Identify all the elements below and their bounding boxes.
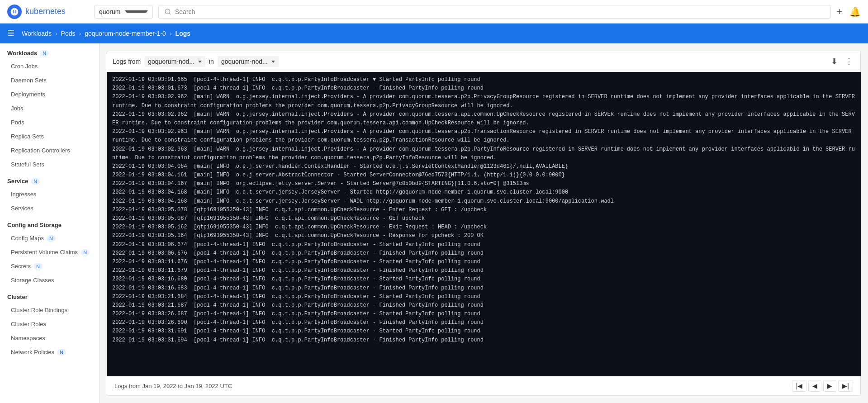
breadcrumb-pod-name[interactable]: goquorum-node-member-1-0 <box>85 30 166 37</box>
sidebar-item-network-policies[interactable]: Network Policies N <box>0 345 99 359</box>
page-prev-button[interactable]: ◀ <box>808 380 821 392</box>
log-line: 2022-01-19 03:03:05.087 [qtp1691955350-4… <box>112 214 855 223</box>
sidebar-item-config-maps[interactable]: Config Maps N <box>0 231 99 245</box>
log-line: 2022-01-19 03:03:04.168 [main] INFO c.q.… <box>112 197 855 206</box>
in-label: in <box>209 58 214 65</box>
sidebar-item-storage-classes[interactable]: Storage Classes <box>0 273 99 287</box>
sidebar-item-replica-sets[interactable]: Replica Sets <box>0 129 99 143</box>
sidebar-section-cluster: Cluster <box>0 287 99 303</box>
log-line: 2022-01-19 03:03:31.691 [pool-4-thread-1… <box>112 327 855 336</box>
breadcrumb-sep-2: › <box>79 30 81 37</box>
log-line: 2022-01-19 03:03:21.684 [pool-4-thread-1… <box>112 293 855 301</box>
cluster-name: quorum <box>99 8 120 15</box>
log-line: 2022-01-19 03:03:02.963 [main] WARN o.g.… <box>112 145 855 162</box>
workloads-badge: N <box>40 50 49 57</box>
logs-header-actions: ⬇ ⋮ <box>829 55 855 68</box>
logs-header: Logs from goquorum-nod... in goquorum-no… <box>107 51 861 72</box>
pagination: |◀ ◀ ▶ ▶| <box>792 380 853 392</box>
breadcrumb-pods[interactable]: Pods <box>61 30 76 37</box>
sidebar-item-cluster-role-bindings[interactable]: Cluster Role Bindings <box>0 303 99 317</box>
log-line: 2022-01-19 03:03:01.665 [pool-4-thread-1… <box>112 76 855 84</box>
log-line: 2022-01-19 03:03:11.679 [pool-4-thread-1… <box>112 266 855 275</box>
search-input[interactable] <box>175 8 825 15</box>
page-last-button[interactable]: ▶| <box>838 380 853 392</box>
app-title: kubernetes <box>25 7 66 16</box>
breadcrumb-sep-1: › <box>55 30 57 37</box>
search-bar[interactable] <box>158 5 831 19</box>
sidebar: Workloads N Cron Jobs Daemon Sets Deploy… <box>0 43 100 403</box>
sidebar-section-config-label: Config and Storage <box>7 222 62 228</box>
sidebar-item-stateful-sets[interactable]: Stateful Sets <box>0 157 99 171</box>
sidebar-item-jobs[interactable]: Jobs <box>0 101 99 115</box>
log-line: 2022-01-19 03:03:06.674 [pool-4-thread-1… <box>112 241 855 249</box>
logs-from-label: Logs from <box>113 58 141 65</box>
log-line: 2022-01-19 03:03:26.690 [pool-4-thread-1… <box>112 318 855 327</box>
log-line: 2022-01-19 03:03:06.676 [pool-4-thread-1… <box>112 249 855 258</box>
breadcrumb-logs: Logs <box>175 30 190 37</box>
log-line: 2022-01-19 03:03:04.167 [main] INFO org.… <box>112 180 855 188</box>
logo-area: kubernetes <box>7 5 89 19</box>
log-line: 2022-01-19 03:03:04.161 [main] INFO o.e.… <box>112 171 855 180</box>
pod-selector[interactable]: goquorum-nod... <box>144 56 205 67</box>
sidebar-item-pods[interactable]: Pods <box>0 115 99 129</box>
sidebar-item-secrets[interactable]: Secrets N <box>0 259 99 273</box>
pod-chevron-icon <box>198 61 202 63</box>
sidebar-item-ingresses[interactable]: Ingresses <box>0 187 99 201</box>
log-line: 2022-01-19 03:03:05.164 [qtp1691955350-4… <box>112 232 855 240</box>
logs-date-range: Logs from Jan 19, 2022 to Jan 19, 2022 U… <box>114 383 232 389</box>
topbar-actions: + 🔔 <box>836 6 861 18</box>
breadcrumb-sep-3: › <box>170 30 172 37</box>
log-line: 2022-01-19 03:03:31.694 [pool-4-thread-1… <box>112 336 855 345</box>
breadcrumb-workloads[interactable]: Workloads <box>22 30 52 37</box>
content-area: Logs from goquorum-nod... in goquorum-no… <box>100 43 868 403</box>
pvc-badge: N <box>81 249 90 256</box>
search-icon <box>164 8 171 15</box>
sidebar-section-workloads: Workloads N <box>0 43 99 59</box>
container-chevron-icon <box>271 61 275 63</box>
log-terminal[interactable]: 2022-01-19 03:03:01.665 [pool-4-thread-1… <box>107 72 861 376</box>
download-logs-button[interactable]: ⬇ <box>829 55 840 68</box>
breadcrumb-bar: ☰ Workloads › Pods › goquorum-node-membe… <box>0 24 868 43</box>
sidebar-section-service-label: Service <box>7 178 28 185</box>
sidebar-item-deployments[interactable]: Deployments <box>0 87 99 101</box>
log-line: 2022-01-19 03:03:05.162 [qtp1691955350-4… <box>112 223 855 232</box>
cluster-chevron-icon <box>125 10 148 13</box>
cluster-selector[interactable]: quorum <box>94 5 153 19</box>
notification-icon[interactable]: 🔔 <box>849 6 861 17</box>
sidebar-section-config-storage: Config and Storage <box>0 215 99 231</box>
kubernetes-logo <box>7 5 22 19</box>
sidebar-section-cluster-label: Cluster <box>7 294 28 300</box>
log-line: 2022-01-19 03:03:11.676 [pool-4-thread-1… <box>112 258 855 266</box>
log-line: 2022-01-19 03:03:02.962 [main] WARN o.g.… <box>112 93 855 110</box>
main-layout: Workloads N Cron Jobs Daemon Sets Deploy… <box>0 43 868 403</box>
svg-point-0 <box>165 9 170 14</box>
sidebar-item-services[interactable]: Services <box>0 201 99 215</box>
sidebar-item-daemon-sets[interactable]: Daemon Sets <box>0 73 99 87</box>
topbar: kubernetes quorum + 🔔 <box>0 0 868 24</box>
page-next-button[interactable]: ▶ <box>823 380 836 392</box>
secrets-badge: N <box>33 263 43 270</box>
logs-options-button[interactable]: ⋮ <box>843 55 855 68</box>
logs-footer: Logs from Jan 19, 2022 to Jan 19, 2022 U… <box>107 376 861 396</box>
sidebar-toggle-icon[interactable]: ☰ <box>7 28 14 38</box>
sidebar-section-workloads-label: Workloads <box>7 50 37 57</box>
sidebar-item-replication-controllers[interactable]: Replication Controllers <box>0 143 99 157</box>
sidebar-item-namespaces[interactable]: Namespaces <box>0 331 99 345</box>
log-line: 2022-01-19 03:03:02.963 [main] WARN o.g.… <box>112 128 855 145</box>
log-line: 2022-01-19 03:03:05.078 [qtp1691955350-4… <box>112 206 855 214</box>
container-selector-value: goquorum-nod... <box>221 58 268 65</box>
sidebar-item-cluster-roles[interactable]: Cluster Roles <box>0 317 99 331</box>
page-first-button[interactable]: |◀ <box>792 380 807 392</box>
log-line: 2022-01-19 03:03:21.687 [pool-4-thread-1… <box>112 301 855 310</box>
sidebar-item-cron-jobs[interactable]: Cron Jobs <box>0 59 99 73</box>
container-selector[interactable]: goquorum-nod... <box>218 56 279 67</box>
config-maps-badge: N <box>47 235 56 242</box>
log-line: 2022-01-19 03:03:26.687 [pool-4-thread-1… <box>112 310 855 318</box>
sidebar-item-pvc[interactable]: Persistent Volume Claims N <box>0 245 99 259</box>
pod-selector-value: goquorum-nod... <box>148 58 194 65</box>
svg-line-1 <box>169 13 171 14</box>
log-line: 2022-01-19 03:03:04.168 [main] INFO c.q.… <box>112 188 855 197</box>
add-icon[interactable]: + <box>836 6 842 18</box>
log-line: 2022-01-19 03:03:16.683 [pool-4-thread-1… <box>112 284 855 293</box>
log-line: 2022-01-19 03:03:02.962 [main] WARN o.g.… <box>112 110 855 128</box>
